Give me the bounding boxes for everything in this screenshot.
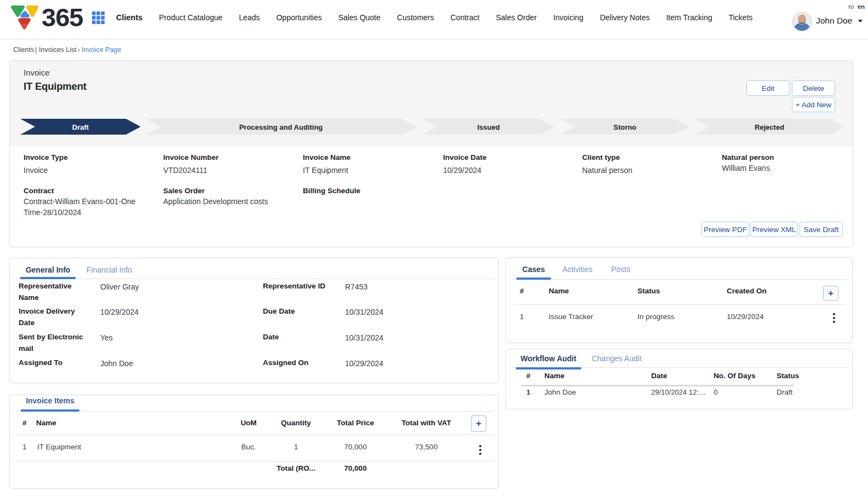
svg-text:Draft: Draft [72, 123, 89, 131]
svg-text:Rejected: Rejected [755, 123, 784, 131]
svg-text:Issued: Issued [477, 123, 499, 131]
svg-text:Processing and Auditing: Processing and Auditing [239, 123, 323, 131]
svg-text:Storno: Storno [613, 123, 636, 131]
